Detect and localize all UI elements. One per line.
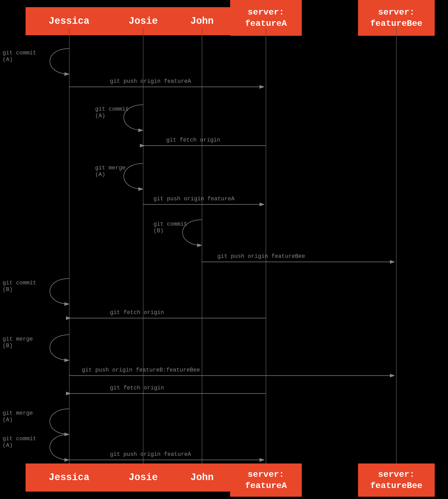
label-push-featureB-featureBee: git push origin featureB:featureBee: [82, 367, 200, 373]
arrows-svg: [0, 0, 448, 499]
label-josie-commit-A: git commit(A): [95, 106, 129, 120]
label-push-featureA-3: git push origin featureA: [110, 451, 191, 458]
label-jessica-commit-A-2: git commit(A): [3, 436, 36, 449]
label-josie-merge-A: git merge(A): [95, 165, 126, 178]
label-jessica-commit-B: git commit(B): [3, 280, 36, 293]
label-push-featureBee: git push origin featureBee: [217, 253, 305, 260]
label-jessica-merge-B: git merge(B): [3, 336, 33, 350]
label-john-commit-B: git commit(B): [153, 221, 187, 235]
self-loop-jessica-commit-A: [50, 49, 69, 74]
label-push-featureA-2: git push origin featureA: [153, 196, 234, 202]
sequence-diagram: Jessica Josie John server:featureA serve…: [0, 0, 448, 499]
label-fetch-origin-3: git fetch origin: [110, 385, 164, 391]
label-jessica-commit-A: git commit(A): [3, 50, 36, 63]
self-loop-jessica-commit-A-2: [50, 434, 69, 460]
label-fetch-origin-2: git fetch origin: [110, 309, 164, 316]
self-loop-jessica-merge-B: [50, 335, 69, 360]
label-jessica-merge-A: git merge(A): [3, 410, 33, 424]
label-fetch-origin-1: git fetch origin: [166, 137, 220, 143]
self-loop-jessica-commit-B: [50, 278, 69, 304]
self-loop-josie-merge-A: [124, 164, 143, 189]
label-push-featureA-1: git push origin featureA: [110, 78, 191, 85]
self-loop-jessica-merge-A: [50, 409, 69, 434]
